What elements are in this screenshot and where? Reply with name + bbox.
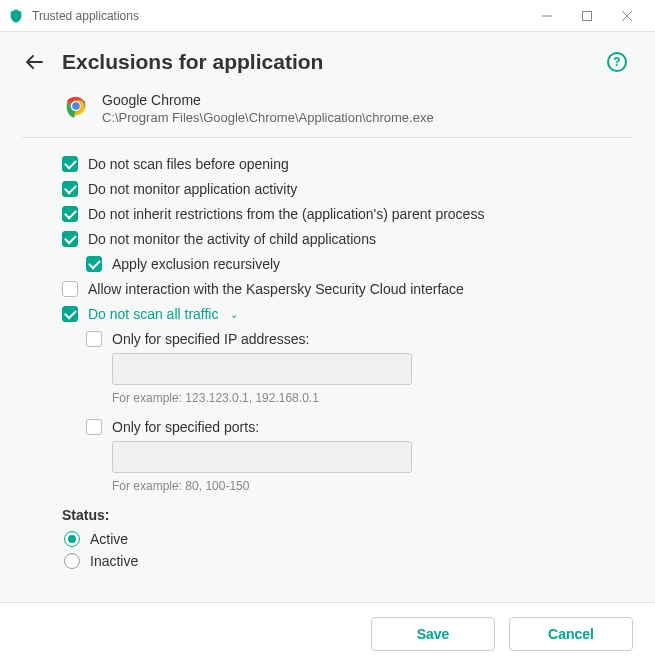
window-title: Trusted applications — [32, 9, 527, 23]
application-block: Google Chrome C:\Program Files\Google\Ch… — [22, 92, 633, 138]
close-button[interactable] — [607, 2, 647, 30]
page-title: Exclusions for application — [62, 50, 591, 74]
svg-point-6 — [72, 102, 80, 110]
ip-addresses-input[interactable] — [112, 353, 412, 385]
save-button[interactable]: Save — [371, 617, 495, 651]
window-controls — [527, 2, 647, 30]
checkbox-icon — [62, 231, 78, 247]
shield-icon — [8, 8, 24, 24]
svg-rect-1 — [583, 11, 592, 20]
option-label: Do not inherit restrictions from the (ap… — [88, 206, 484, 222]
checkbox-icon — [86, 419, 102, 435]
option-label: Only for specified IP addresses: — [112, 331, 309, 347]
option-ports[interactable]: Only for specified ports: — [86, 419, 633, 435]
radio-label: Inactive — [90, 553, 138, 569]
checkbox-icon — [62, 306, 78, 322]
option-scan-before-opening[interactable]: Do not scan files before opening — [62, 156, 633, 172]
help-icon[interactable]: ? — [607, 52, 627, 72]
option-label: Allow interaction with the Kaspersky Sec… — [88, 281, 464, 297]
footer: Save Cancel — [0, 602, 655, 665]
option-monitor-child[interactable]: Do not monitor the activity of child app… — [62, 231, 633, 247]
option-label: Only for specified ports: — [112, 419, 259, 435]
option-label: Apply exclusion recursively — [112, 256, 280, 272]
option-label: Do not monitor application activity — [88, 181, 297, 197]
checkbox-icon — [86, 331, 102, 347]
radio-label: Active — [90, 531, 128, 547]
application-info: Google Chrome C:\Program Files\Google\Ch… — [102, 92, 434, 125]
option-allow-interaction[interactable]: Allow interaction with the Kaspersky Sec… — [62, 281, 633, 297]
option-ip-addresses[interactable]: Only for specified IP addresses: — [86, 331, 633, 347]
status-inactive[interactable]: Inactive — [64, 553, 633, 569]
maximize-button[interactable] — [567, 2, 607, 30]
chevron-down-icon: ⌄ — [230, 309, 238, 320]
options-list: Do not scan files before opening Do not … — [22, 156, 633, 569]
option-apply-recursively[interactable]: Apply exclusion recursively — [86, 256, 633, 272]
header-row: Exclusions for application ? — [22, 50, 633, 74]
checkbox-icon — [62, 156, 78, 172]
status-active[interactable]: Active — [64, 531, 633, 547]
traffic-ip-block: Only for specified IP addresses: For exa… — [86, 331, 633, 405]
content-area: Exclusions for application ? Google Chro… — [0, 32, 655, 602]
ports-input[interactable] — [112, 441, 412, 473]
application-name: Google Chrome — [102, 92, 434, 108]
option-scan-traffic[interactable]: Do not scan all traffic ⌄ — [62, 306, 633, 322]
checkbox-icon — [62, 206, 78, 222]
option-label: Do not scan all traffic — [88, 306, 218, 322]
radio-icon — [64, 553, 80, 569]
checkbox-icon — [62, 181, 78, 197]
option-inherit-restrictions[interactable]: Do not inherit restrictions from the (ap… — [62, 206, 633, 222]
minimize-button[interactable] — [527, 2, 567, 30]
option-label: Do not scan files before opening — [88, 156, 289, 172]
checkbox-icon — [62, 281, 78, 297]
chrome-icon — [62, 92, 90, 120]
cancel-button[interactable]: Cancel — [509, 617, 633, 651]
option-monitor-activity[interactable]: Do not monitor application activity — [62, 181, 633, 197]
ip-hint: For example: 123.123.0.1, 192.168.0.1 — [112, 391, 633, 405]
titlebar: Trusted applications — [0, 0, 655, 32]
application-path: C:\Program Files\Google\Chrome\Applicati… — [102, 110, 434, 125]
radio-icon — [64, 531, 80, 547]
checkbox-icon — [86, 256, 102, 272]
traffic-ports-block: Only for specified ports: For example: 8… — [86, 419, 633, 493]
ports-hint: For example: 80, 100-150 — [112, 479, 633, 493]
back-arrow-icon[interactable] — [22, 51, 46, 74]
option-label: Do not monitor the activity of child app… — [88, 231, 376, 247]
status-label: Status: — [62, 507, 633, 523]
